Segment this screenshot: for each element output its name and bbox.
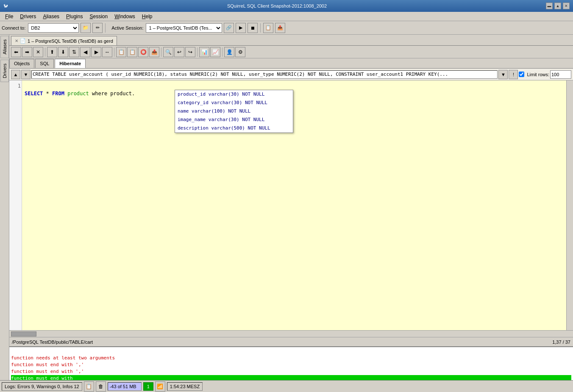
editor-horizontal-scrollbar[interactable] <box>9 330 573 337</box>
session-tab-close[interactable]: ✕ <box>15 39 18 43</box>
toolbar-btn-b[interactable]: 📤 <box>275 23 285 33</box>
cursor-position: 1,37 / 37 <box>552 340 570 345</box>
sql-btn-forward[interactable]: ➡ <box>22 47 32 57</box>
sql-btn-expand[interactable]: ↔ <box>102 47 112 57</box>
app-icon: 🐿 <box>3 3 8 8</box>
history-dropdown-button[interactable]: ▼ <box>498 70 508 79</box>
aliases-tab[interactable]: Aliases <box>0 36 9 58</box>
sql-toolbar-sep3 <box>161 47 161 57</box>
left-side-tabs: Aliases Drivers <box>0 35 9 380</box>
sql-toolbar-sep1 <box>45 47 45 57</box>
main-toolbar: Connect to: DB2 📁 ✏ Active Session: 1 – … <box>0 21 573 35</box>
sql-toolbar-sep4 <box>197 47 197 57</box>
tab-sql[interactable]: SQL <box>35 59 54 68</box>
sql-btn-left[interactable]: ◀ <box>80 47 90 57</box>
sql-btn-right[interactable]: ▶ <box>91 47 101 57</box>
new-session-button[interactable]: 🔗 <box>224 23 234 33</box>
menubar: File Drivers Aliases Plugins Session Win… <box>0 12 573 21</box>
sql-btn-chart2[interactable]: 📈 <box>210 47 220 57</box>
tab-hibernate[interactable]: Hibernate <box>55 59 86 68</box>
sql-btn-updown[interactable]: ⇅ <box>69 47 79 57</box>
history-next-button[interactable]: ▼ <box>21 70 31 79</box>
menu-aliases[interactable]: Aliases <box>39 13 63 20</box>
ac-item-3[interactable]: name varchar(100) NOT NULL <box>175 107 293 116</box>
status-indicator: 1 <box>143 382 153 391</box>
connect-label: Connect to: <box>2 25 25 30</box>
log-clear-button[interactable]: 🗑 <box>96 381 106 392</box>
time-segment: 1:54:23 MESZ <box>167 382 203 391</box>
logs-text: Logs: Errors 9, Warnings 0, Infos 12 <box>5 384 79 389</box>
ac-item-1[interactable]: product_id varchar(30) NOT NULL <box>175 90 293 99</box>
sql-btn-down[interactable]: ⬇ <box>58 47 68 57</box>
session-dropdown[interactable]: 1 – PostgreSQL TestDB (Tes... <box>146 23 222 33</box>
limit-rows-checkbox[interactable] <box>519 72 524 77</box>
ac-item-4[interactable]: image_name varchar(30) NOT NULL <box>175 116 293 124</box>
bottom-scroll-indicator <box>11 348 571 355</box>
close-button[interactable]: ✕ <box>563 3 570 9</box>
session-tab-1[interactable]: ✕ 📄 1 – PostgreSQL TestDB (TestDB) as ge… <box>11 36 117 45</box>
app-title: SQuirreL SQL Client Snapshot-2012:1008_2… <box>8 3 546 8</box>
h-scroll-thumb[interactable] <box>11 331 36 337</box>
connect-dropdown[interactable]: DB2 <box>28 23 79 33</box>
autocomplete-dropdown[interactable]: product_id varchar(30) NOT NULL category… <box>175 90 293 133</box>
log-line-1: function needs at least two arguments <box>11 355 571 362</box>
sql-btn-redo[interactable]: ↪ <box>185 47 195 57</box>
session-tab-icon: 📄 <box>20 38 26 44</box>
sql-editor-container: 1 SELECT * FROM product where product. p… <box>9 80 573 337</box>
stop-session-button[interactable]: ⏹ <box>248 23 258 33</box>
session-tab-label: 1 – PostgreSQL TestDB (TestDB) as gerd <box>28 39 113 44</box>
ac-item-5[interactable]: description varchar(500) NOT NULL <box>175 124 293 133</box>
minimize-button[interactable]: ▬ <box>546 3 553 9</box>
maximize-button[interactable]: ▲ <box>554 3 561 9</box>
highlighted-log-line: function must end with <box>11 375 571 380</box>
status-path-bar: /PostgreSQL TestDB/public/TABLE/cart 1,3… <box>9 337 573 346</box>
limit-rows-input[interactable] <box>550 70 571 79</box>
editor-vertical-scrollbar[interactable] <box>566 80 573 330</box>
sql-btn-copy1[interactable]: 📋 <box>116 47 126 57</box>
sql-btn-up[interactable]: ⬆ <box>47 47 57 57</box>
sql-btn-back[interactable]: ⬅ <box>11 47 21 57</box>
sql-toolbar-sep5 <box>222 47 223 57</box>
time-text: 1:54:23 MESZ <box>170 384 200 389</box>
menu-drivers[interactable]: Drivers <box>17 13 39 20</box>
statusbar: Logs: Errors 9, Warnings 0, Infos 12 📋 🗑… <box>0 380 573 392</box>
menu-windows[interactable]: Windows <box>111 13 139 20</box>
sql-btn-close[interactable]: ✕ <box>33 47 43 57</box>
modify-connection-button[interactable]: ✏ <box>92 23 103 33</box>
content-area: ✕ 📄 1 – PostgreSQL TestDB (TestDB) as ge… <box>9 35 573 380</box>
menu-session[interactable]: Session <box>86 13 111 20</box>
inner-tab-bar: Objects SQL Hibernate <box>9 58 573 69</box>
sql-editor[interactable]: SELECT * FROM product where product. <box>22 80 566 330</box>
sql-btn-copy2[interactable]: 📋 <box>127 47 137 57</box>
log-icon-button[interactable]: 📋 <box>84 381 94 392</box>
sql-toolbar-sep2 <box>114 47 114 57</box>
wifi-button[interactable]: 📶 <box>155 381 165 392</box>
sql-btn-export[interactable]: 📤 <box>149 47 159 57</box>
drivers-tab[interactable]: Drivers <box>0 60 9 82</box>
titlebar: 🐿 SQuirreL SQL Client Snapshot-2012:1008… <box>0 0 573 12</box>
toolbar-separator-1 <box>105 23 106 33</box>
run-session-button[interactable]: ▶ <box>236 23 246 33</box>
sql-btn-circle[interactable]: ⭕ <box>138 47 148 57</box>
ac-item-2[interactable]: category_id varchar(30) NOT NULL <box>175 99 293 107</box>
new-connection-button[interactable]: 📁 <box>81 23 91 33</box>
session-label: Active Session: <box>111 25 143 30</box>
sql-btn-chart1[interactable]: 📊 <box>199 47 209 57</box>
sql-btn-search[interactable]: 🔍 <box>163 47 173 57</box>
menu-plugins[interactable]: Plugins <box>63 13 86 20</box>
tab-objects[interactable]: Objects <box>9 59 34 68</box>
history-prev-button[interactable]: ▲ <box>11 70 20 79</box>
sql-btn-user[interactable]: 👤 <box>224 47 234 57</box>
limit-label: Limit rows: <box>527 72 549 77</box>
menu-help[interactable]: Help <box>139 13 156 20</box>
sql-btn-undo[interactable]: ↩ <box>174 47 184 57</box>
toolbar-btn-a[interactable]: 📋 <box>263 23 273 33</box>
window-controls: ▬ ▲ ✕ <box>546 3 570 9</box>
history-run-button[interactable]: ! <box>509 70 518 79</box>
log-line-3: function must end with ',' <box>11 368 571 375</box>
status-value: 1 <box>147 384 150 389</box>
sql-btn-settings[interactable]: ⚙ <box>235 47 245 57</box>
menu-file[interactable]: File <box>2 13 17 20</box>
sql-history-input[interactable] <box>31 70 498 79</box>
sql-toolbar: ⬅ ➡ ✕ ⬆ ⬇ ⇅ ◀ ▶ ↔ 📋 📋 ⭕ 📤 🔍 ↩ ↪ 📊 📈 👤 ⚙ <box>9 46 573 58</box>
